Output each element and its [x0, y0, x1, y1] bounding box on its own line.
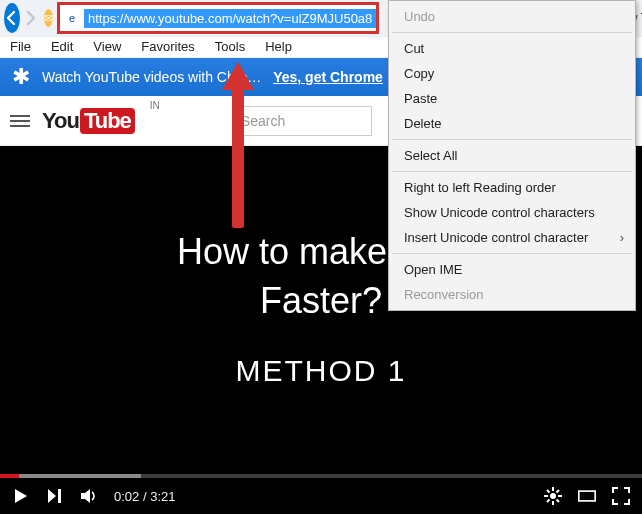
context-separator [392, 32, 632, 33]
promo-text: Watch YouTube videos with Chro… [42, 69, 261, 85]
menu-item-favorites[interactable]: Favorites [131, 37, 204, 57]
progress-played [0, 474, 19, 478]
player-controls: 0:02 / 3:21 [0, 478, 642, 514]
svg-marker-0 [15, 489, 27, 503]
menu-item-edit[interactable]: Edit [41, 37, 83, 57]
context-item-open-ime[interactable]: Open IME [390, 257, 634, 282]
theater-icon[interactable] [578, 487, 596, 505]
context-separator [392, 139, 632, 140]
hamburger-icon[interactable] [10, 115, 30, 127]
notifier-badge[interactable]: ✉ [44, 9, 53, 27]
progress-bar[interactable] [0, 474, 642, 478]
youtube-logo[interactable]: YouTube [42, 108, 135, 134]
country-code: IN [150, 100, 160, 111]
context-item-right-to-left-reading-order[interactable]: Right to left Reading order [390, 175, 634, 200]
context-item-copy[interactable]: Copy [390, 61, 634, 86]
svg-point-4 [550, 493, 556, 499]
fullscreen-icon[interactable] [612, 487, 630, 505]
next-icon[interactable] [46, 487, 64, 505]
progress-buffered [0, 474, 141, 478]
menu-item-help[interactable]: Help [255, 37, 302, 57]
settings-icon[interactable] [544, 487, 562, 505]
play-icon[interactable] [12, 487, 30, 505]
menu-item-view[interactable]: View [83, 37, 131, 57]
context-item-reconversion: Reconversion [390, 282, 634, 307]
forward-button[interactable] [22, 3, 38, 33]
svg-line-12 [557, 490, 560, 493]
star-icon: ✱ [12, 64, 30, 90]
context-item-show-unicode-control-characters[interactable]: Show Unicode control characters [390, 200, 634, 225]
svg-rect-2 [58, 489, 61, 503]
search-input[interactable]: SSearchearch [232, 106, 372, 136]
volume-icon[interactable] [80, 487, 98, 505]
svg-line-10 [557, 500, 560, 503]
time-display: 0:02 / 3:21 [114, 489, 175, 504]
context-separator [392, 171, 632, 172]
svg-line-9 [547, 490, 550, 493]
logo-tube: Tube [80, 108, 135, 134]
context-item-insert-unicode-control-character[interactable]: Insert Unicode control character [390, 225, 634, 250]
address-bar[interactable]: e https://www.youtube.com/watch?v=ulZ9MJ… [57, 2, 379, 34]
context-item-undo: Undo [390, 4, 634, 29]
context-menu: UndoCutCopyPasteDeleteSelect AllRight to… [388, 0, 636, 311]
page-favicon: e [63, 9, 81, 27]
title-method: METHOD 1 [235, 351, 406, 392]
title-line2: Faster? [260, 277, 382, 326]
context-item-paste[interactable]: Paste [390, 86, 634, 111]
logo-you: You [42, 108, 79, 134]
promo-link[interactable]: Yes, get Chrome [273, 69, 383, 85]
context-item-select-all[interactable]: Select All [390, 143, 634, 168]
context-item-cut[interactable]: Cut [390, 36, 634, 61]
context-separator [392, 253, 632, 254]
url-text[interactable]: https://www.youtube.com/watch?v=ulZ9MJU5… [84, 9, 376, 28]
context-item-delete[interactable]: Delete [390, 111, 634, 136]
back-button[interactable] [4, 3, 20, 33]
svg-marker-1 [48, 489, 56, 503]
svg-rect-13 [579, 491, 595, 501]
svg-marker-3 [81, 489, 90, 503]
svg-line-11 [547, 500, 550, 503]
menu-item-file[interactable]: File [0, 37, 41, 57]
menu-item-tools[interactable]: Tools [205, 37, 255, 57]
